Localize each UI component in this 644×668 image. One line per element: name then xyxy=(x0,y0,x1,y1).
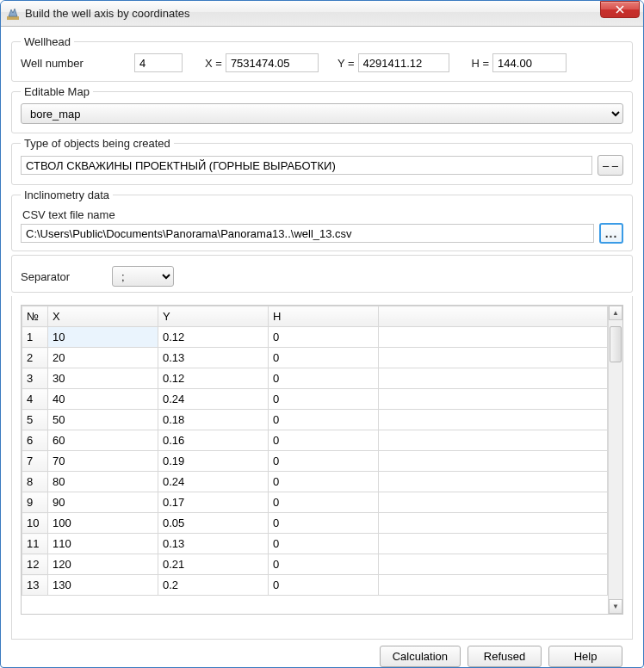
col-x[interactable]: X xyxy=(48,306,158,327)
table-row[interactable]: 1100.120 xyxy=(22,327,608,348)
table-row[interactable]: 3300.120 xyxy=(22,368,608,389)
cell-empty xyxy=(379,534,608,554)
table-row[interactable]: 121200.210 xyxy=(22,554,608,575)
cell-x[interactable]: 110 xyxy=(48,534,158,554)
editable-map-select[interactable]: bore_map xyxy=(21,103,623,124)
col-n[interactable]: № xyxy=(22,306,48,327)
table-row[interactable]: 8800.240 xyxy=(22,472,608,492)
x-label: X = xyxy=(205,57,222,70)
table-row[interactable]: 2200.130 xyxy=(22,348,608,368)
table-row[interactable]: 5500.180 xyxy=(22,410,608,430)
cell-h[interactable]: 0 xyxy=(269,554,379,575)
scroll-down-icon[interactable]: ▼ xyxy=(609,599,622,614)
separator-select[interactable]: ; xyxy=(112,266,174,287)
cell-y[interactable]: 0.13 xyxy=(158,348,269,368)
cell-x[interactable]: 50 xyxy=(48,410,158,430)
cell-h[interactable]: 0 xyxy=(269,513,379,534)
cell-h[interactable]: 0 xyxy=(269,534,379,554)
cell-x[interactable]: 80 xyxy=(48,472,158,492)
close-icon xyxy=(616,5,624,14)
cell-y[interactable]: 0.24 xyxy=(158,472,269,492)
object-type-picker-button[interactable]: – – xyxy=(598,155,623,176)
cell-empty xyxy=(379,451,608,472)
cell-x[interactable]: 20 xyxy=(48,348,158,368)
close-button[interactable] xyxy=(600,1,640,18)
cell-y[interactable]: 0.05 xyxy=(158,513,269,534)
cell-y[interactable]: 0.12 xyxy=(158,327,269,348)
cell-h[interactable]: 0 xyxy=(269,327,379,348)
button-bar: Calculation Refused Help xyxy=(11,640,633,667)
cell-empty xyxy=(379,575,608,596)
cell-h[interactable]: 0 xyxy=(269,492,379,513)
row-number: 9 xyxy=(22,492,48,513)
row-number: 12 xyxy=(22,554,48,575)
cell-empty xyxy=(379,430,608,451)
col-y[interactable]: Y xyxy=(158,306,269,327)
coordinates-table[interactable]: № X Y H 1100.1202200.1303300.1204400.240… xyxy=(22,306,608,596)
cell-y[interactable]: 0.19 xyxy=(158,451,269,472)
table-row[interactable]: 101000.050 xyxy=(22,513,608,534)
cell-empty xyxy=(379,368,608,389)
scroll-up-icon[interactable]: ▲ xyxy=(609,306,622,320)
cell-x[interactable]: 10 xyxy=(48,327,158,348)
cell-h[interactable]: 0 xyxy=(269,430,379,451)
table-row[interactable]: 7700.190 xyxy=(22,451,608,472)
inclinometry-legend: Inclinometry data xyxy=(21,189,113,201)
cell-x[interactable]: 100 xyxy=(48,513,158,534)
well-number-input[interactable] xyxy=(134,53,183,72)
h-input[interactable] xyxy=(492,53,567,72)
cell-empty xyxy=(379,410,608,430)
cell-y[interactable]: 0.21 xyxy=(158,554,269,575)
cell-empty xyxy=(379,389,608,410)
cell-h[interactable]: 0 xyxy=(269,410,379,430)
cell-h[interactable]: 0 xyxy=(269,389,379,410)
csv-path-input[interactable] xyxy=(21,224,594,243)
cell-y[interactable]: 0.12 xyxy=(158,368,269,389)
col-blank xyxy=(379,306,608,327)
table-row[interactable]: 111100.130 xyxy=(22,534,608,554)
data-table-container: № X Y H 1100.1202200.1303300.1204400.240… xyxy=(11,296,633,640)
cell-y[interactable]: 0.24 xyxy=(158,389,269,410)
table-row[interactable]: 6600.160 xyxy=(22,430,608,451)
cell-x[interactable]: 40 xyxy=(48,389,158,410)
titlebar: Build the well axis by coordinates xyxy=(1,1,643,27)
object-type-input[interactable] xyxy=(21,156,592,175)
help-button[interactable]: Help xyxy=(548,646,622,667)
refused-button[interactable]: Refused xyxy=(468,646,542,667)
table-row[interactable]: 4400.240 xyxy=(22,389,608,410)
cell-x[interactable]: 120 xyxy=(48,554,158,575)
cell-h[interactable]: 0 xyxy=(269,575,379,596)
cell-h[interactable]: 0 xyxy=(269,451,379,472)
cell-h[interactable]: 0 xyxy=(269,348,379,368)
cell-h[interactable]: 0 xyxy=(269,472,379,492)
x-input[interactable] xyxy=(226,53,319,72)
cell-empty xyxy=(379,327,608,348)
cell-y[interactable]: 0.16 xyxy=(158,430,269,451)
object-type-group: Type of objects being created – – xyxy=(11,137,633,185)
scroll-thumb[interactable] xyxy=(610,326,622,362)
cell-x[interactable]: 30 xyxy=(48,368,158,389)
row-number: 11 xyxy=(22,534,48,554)
table-row[interactable]: 131300.20 xyxy=(22,575,608,596)
wellhead-group: Wellhead Well number X = Y = H = xyxy=(11,35,633,82)
table-header-row: № X Y H xyxy=(22,306,608,327)
y-input[interactable] xyxy=(358,53,449,72)
cell-empty xyxy=(379,472,608,492)
cell-h[interactable]: 0 xyxy=(269,368,379,389)
cell-y[interactable]: 0.2 xyxy=(158,575,269,596)
row-number: 7 xyxy=(22,451,48,472)
cell-y[interactable]: 0.13 xyxy=(158,534,269,554)
cell-x[interactable]: 70 xyxy=(48,451,158,472)
y-label: Y = xyxy=(337,57,355,70)
row-number: 1 xyxy=(22,327,48,348)
cell-y[interactable]: 0.18 xyxy=(158,410,269,430)
vertical-scrollbar[interactable]: ▲ ▼ xyxy=(608,306,622,614)
cell-x[interactable]: 90 xyxy=(48,492,158,513)
col-h[interactable]: H xyxy=(269,306,379,327)
cell-x[interactable]: 60 xyxy=(48,430,158,451)
browse-button[interactable]: ... xyxy=(599,223,623,244)
table-row[interactable]: 9900.170 xyxy=(22,492,608,513)
cell-y[interactable]: 0.17 xyxy=(158,492,269,513)
calculation-button[interactable]: Calculation xyxy=(380,646,461,667)
cell-x[interactable]: 130 xyxy=(48,575,158,596)
